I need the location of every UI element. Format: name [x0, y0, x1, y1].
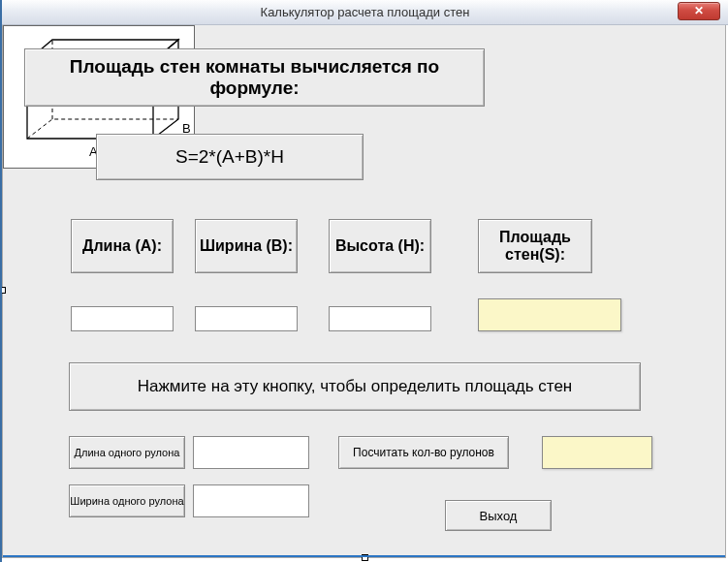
formula-panel: S=2*(А+В)*Н [96, 134, 364, 180]
label-height-h: Высота (Н): [329, 219, 431, 273]
label-roll-width: Ширина одного рулона [69, 484, 185, 517]
header-text: Площадь стен комнаты вычисляется по форм… [29, 56, 480, 99]
title-bar: Калькулятор расчета площади стен ✕ [2, 0, 728, 25]
output-rolls [542, 436, 652, 469]
output-area-s [478, 298, 621, 331]
input-roll-length[interactable] [193, 436, 309, 469]
selection-handle [0, 287, 6, 294]
label-area-s: Площадь стен(S): [478, 219, 592, 273]
exit-button[interactable]: Выход [445, 500, 552, 531]
label-roll-length: Длина одного рулона [69, 436, 185, 469]
formula-text: S=2*(А+В)*Н [175, 146, 284, 168]
calc-area-button[interactable]: Нажмите на эту кнопку, чтобы определить … [69, 362, 641, 411]
window-title: Калькулятор расчета площади стен [261, 5, 470, 19]
close-button[interactable]: ✕ [678, 2, 720, 20]
input-length-a[interactable] [71, 306, 174, 331]
calc-rolls-button[interactable]: Посчитать кол-во рулонов [338, 436, 509, 469]
header-panel: Площадь стен комнаты вычисляется по форм… [24, 48, 485, 107]
input-width-b[interactable] [195, 306, 298, 331]
label-width-b: Ширина (В): [195, 219, 298, 273]
close-icon: ✕ [694, 4, 704, 17]
form-area: Площадь стен комнаты вычисляется по форм… [2, 25, 726, 558]
label-length-a: Длина (А): [71, 219, 174, 273]
input-height-h[interactable] [329, 306, 431, 331]
bottom-accent [3, 555, 725, 557]
input-roll-width[interactable] [193, 484, 309, 517]
